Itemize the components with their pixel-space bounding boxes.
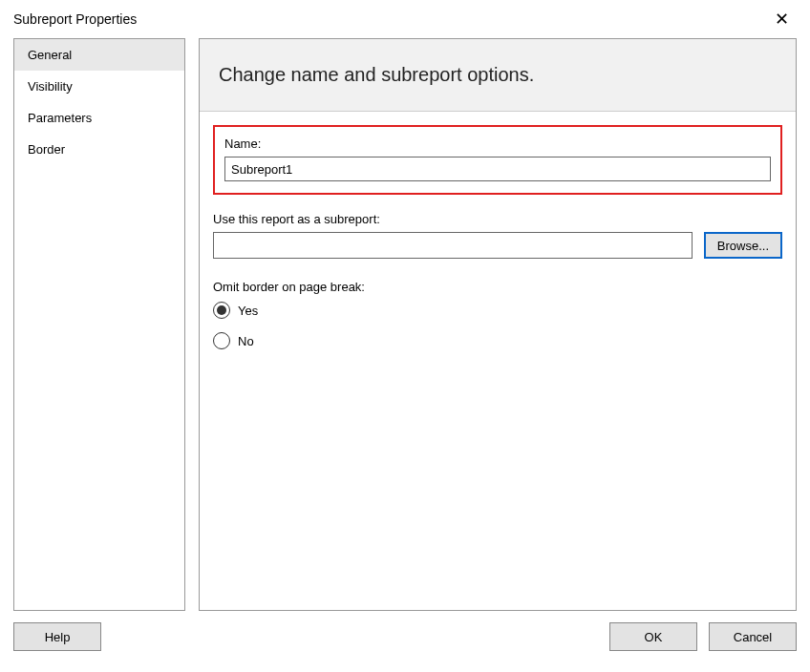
dialog-content: General Visibility Parameters Border Cha… (0, 38, 810, 611)
omit-border-radio-group: Yes No (213, 302, 782, 349)
footer-right: OK Cancel (609, 622, 797, 651)
main-body: Name: Use this report as a subreport: Br… (200, 112, 796, 376)
name-label: Name: (224, 136, 771, 151)
sidebar-item-label: Visibility (28, 79, 73, 94)
sidebar-item-visibility[interactable]: Visibility (14, 71, 184, 102)
sidebar-item-border[interactable]: Border (14, 134, 184, 165)
close-icon[interactable]: ✕ (767, 7, 797, 32)
titlebar: Subreport Properties ✕ (0, 0, 810, 38)
main-header: Change name and subreport options. (200, 39, 796, 112)
radio-row-no[interactable]: No (213, 332, 782, 349)
sidebar-item-label: Border (28, 142, 65, 157)
subreport-input[interactable] (213, 232, 693, 259)
radio-no[interactable] (213, 332, 230, 349)
main-panel: Change name and subreport options. Name:… (199, 38, 797, 611)
radio-no-label: No (238, 334, 254, 348)
radio-row-yes[interactable]: Yes (213, 302, 782, 319)
dialog-footer: Help OK Cancel (0, 611, 810, 662)
page-title: Change name and subreport options. (219, 64, 534, 85)
name-field-highlight: Name: (213, 125, 782, 195)
name-input[interactable] (224, 157, 771, 181)
window-title: Subreport Properties (13, 11, 137, 27)
cancel-button[interactable]: Cancel (709, 622, 797, 651)
help-button[interactable]: Help (13, 622, 101, 651)
sidebar: General Visibility Parameters Border (13, 38, 185, 611)
ok-button[interactable]: OK (609, 622, 697, 651)
sidebar-item-label: Parameters (28, 111, 92, 125)
sidebar-item-label: General (28, 48, 72, 62)
browse-button[interactable]: Browse... (704, 232, 782, 259)
subreport-row: Browse... (213, 232, 782, 259)
radio-yes[interactable] (213, 302, 230, 319)
sidebar-item-parameters[interactable]: Parameters (14, 102, 184, 134)
omit-border-label: Omit border on page break: (213, 280, 782, 294)
subreport-label: Use this report as a subreport: (213, 212, 782, 226)
sidebar-item-general[interactable]: General (14, 39, 184, 71)
radio-yes-label: Yes (238, 304, 258, 318)
